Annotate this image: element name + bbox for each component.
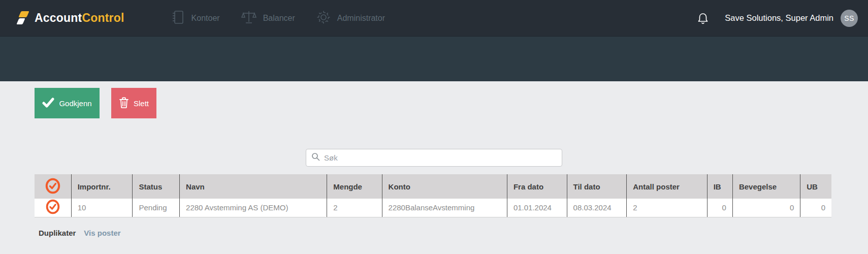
nav-item-label: Balancer xyxy=(263,14,295,23)
search-icon xyxy=(311,152,320,163)
action-toolbar: Godkjenn Slett xyxy=(35,88,868,118)
column-header-navn: Navn xyxy=(180,174,327,199)
check-circle-icon[interactable] xyxy=(45,187,60,196)
delete-button-label: Slett xyxy=(134,99,149,108)
app-title: AccountControl xyxy=(35,11,124,25)
approve-button-label: Godkjenn xyxy=(59,99,91,108)
column-header-bevegelse: Bevegelse xyxy=(732,174,800,199)
cell-bevegelse: 0 xyxy=(732,199,800,217)
cell-importnr: 10 xyxy=(71,199,133,217)
search-box xyxy=(306,149,562,167)
cell-til-dato: 08.03.2024 xyxy=(567,199,627,217)
column-header-ub: UB xyxy=(800,174,831,199)
nav-item-kontoer[interactable]: Kontoer xyxy=(171,10,220,27)
notifications-bell-icon[interactable] xyxy=(697,12,709,24)
column-header-importnr: Importnr. xyxy=(71,174,133,199)
column-header-status: Status xyxy=(133,174,180,199)
approve-button[interactable]: Godkjenn xyxy=(35,88,100,118)
app-title-primary: Account xyxy=(35,11,82,24)
user-menu[interactable]: Save Solutions, Super Admin xyxy=(725,13,833,23)
column-header-antall-poster: Antall poster xyxy=(627,174,707,199)
scales-icon xyxy=(241,10,256,27)
imports-table: Importnr. Status Navn Mengde Konto Fra d… xyxy=(35,174,831,217)
cell-fra-dato: 01.01.2024 xyxy=(507,199,567,217)
bolt-logo-icon xyxy=(18,10,30,26)
show-entries-link[interactable]: Vis poster xyxy=(84,229,120,237)
column-header-fra-dato: Fra dato xyxy=(507,174,567,199)
nav-item-label: Administrator xyxy=(337,14,385,23)
check-circle-icon[interactable] xyxy=(46,207,60,216)
app-logo[interactable]: AccountControl xyxy=(18,10,124,26)
column-header-til-dato: Til dato xyxy=(567,174,627,199)
app-title-secondary: Control xyxy=(82,11,124,24)
gear-icon xyxy=(316,10,331,26)
column-header-mengde: Mengde xyxy=(327,174,382,199)
user-avatar[interactable]: SS xyxy=(841,10,858,27)
search-input[interactable] xyxy=(324,149,557,166)
cell-mengde: 2 xyxy=(327,199,382,217)
column-header-ib: IB xyxy=(707,174,732,199)
row-select-cell[interactable] xyxy=(35,199,71,217)
cell-ub: 0 xyxy=(800,199,831,217)
trash-icon xyxy=(119,97,129,110)
footer-links: Duplikater Vis poster xyxy=(39,229,868,237)
cell-konto: 2280BalanseAvstemming xyxy=(382,199,507,217)
nav-item-balancer[interactable]: Balancer xyxy=(241,10,295,27)
nav-item-administrator[interactable]: Administrator xyxy=(316,10,385,26)
check-icon xyxy=(42,97,54,110)
journal-icon xyxy=(171,10,185,27)
nav-item-label: Kontoer xyxy=(191,14,220,23)
cell-status: Pending xyxy=(133,199,180,217)
top-navbar: AccountControl Kontoer xyxy=(0,0,868,37)
column-header-konto: Konto xyxy=(382,174,507,199)
page-header-band xyxy=(0,37,868,81)
table-header-row: Importnr. Status Navn Mengde Konto Fra d… xyxy=(35,174,831,199)
cell-navn: 2280 Avstemming AS (DEMO) xyxy=(180,199,327,217)
table-row[interactable]: 10 Pending 2280 Avstemming AS (DEMO) 2 2… xyxy=(35,199,831,217)
main-nav: Kontoer Balancer xyxy=(171,10,385,27)
delete-button[interactable]: Slett xyxy=(111,88,156,118)
select-all-header[interactable] xyxy=(35,174,71,199)
cell-ib: 0 xyxy=(707,199,732,217)
cell-antall-poster: 2 xyxy=(627,199,707,217)
duplicates-label: Duplikater xyxy=(39,229,76,237)
navbar-right: Save Solutions, Super Admin SS xyxy=(697,10,858,27)
